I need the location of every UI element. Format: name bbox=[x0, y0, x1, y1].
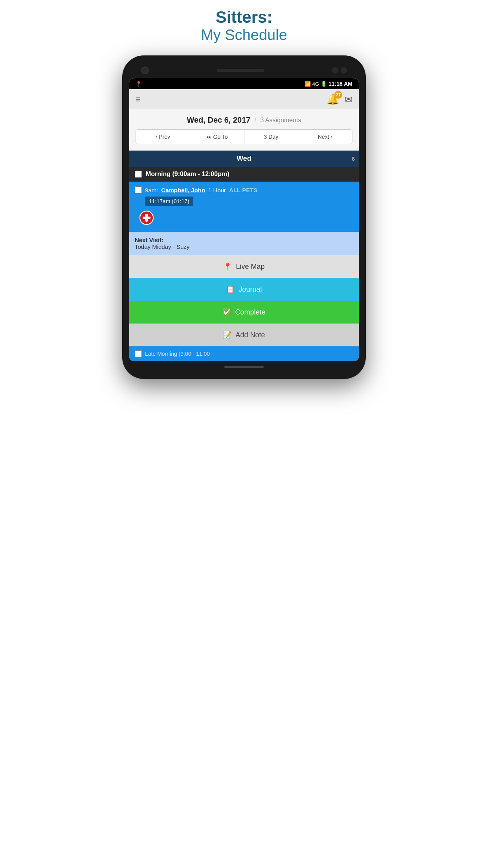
screen: 📍 📶 4G 🔋 11:18 AM ≡ 🔔 27 ✉ Wed bbox=[129, 78, 359, 361]
goto-button[interactable]: ⏭ Go To bbox=[190, 130, 244, 144]
status-bar: 📍 📶 4G 🔋 11:18 AM bbox=[129, 78, 359, 89]
page-title-container: Sitters: My Schedule bbox=[201, 8, 287, 44]
assign-pets: ALL PETS bbox=[229, 187, 257, 193]
note-icon: 📝 bbox=[223, 331, 231, 339]
day-number: 6 bbox=[352, 156, 355, 162]
next-visit-label: Next Visit: bbox=[135, 237, 353, 243]
morning-header: Morning (9:00am - 12:00pm) bbox=[129, 167, 359, 182]
nav-buttons: ‹ Prev ⏭ Go To 3 Day Next › bbox=[136, 129, 352, 144]
live-map-label: Live Map bbox=[236, 263, 264, 271]
assign-checkbox[interactable] bbox=[135, 186, 142, 193]
page-title-sub: My Schedule bbox=[201, 27, 287, 44]
svg-rect-3 bbox=[143, 217, 150, 219]
phone-bottom bbox=[129, 366, 359, 368]
assignment-row: 9am: Campbell, John 1 Hour ALL PETS bbox=[135, 186, 353, 193]
bell-badge: 27 bbox=[334, 91, 342, 99]
add-note-label: Add Note bbox=[235, 331, 265, 339]
page-title-main: Sitters: bbox=[201, 8, 287, 27]
journal-button[interactable]: 📋 Journal bbox=[129, 278, 359, 301]
camera-side-2 bbox=[341, 67, 347, 74]
journal-icon: 📋 bbox=[226, 285, 235, 294]
notification-bell[interactable]: 🔔 27 bbox=[327, 93, 339, 105]
assign-time: 9am: bbox=[145, 187, 158, 193]
complete-button[interactable]: ✅ Complete bbox=[129, 301, 359, 324]
time-display: 11:18 AM bbox=[328, 81, 352, 87]
status-icons: 📶 4G 🔋 11:18 AM bbox=[305, 81, 352, 87]
location-pin-icon: 📍 bbox=[223, 262, 232, 271]
camera-front bbox=[141, 66, 149, 74]
day-view-button[interactable]: 3 Day bbox=[244, 130, 299, 144]
bottom-partial-row: Late Morning (9:00 - 11:00 bbox=[129, 346, 359, 361]
date-section: Wed, Dec 6, 2017 / 3 Assignments ‹ Prev … bbox=[129, 109, 359, 151]
bottom-checkbox[interactable] bbox=[135, 350, 142, 357]
header-right: 🔔 27 ✉ bbox=[327, 93, 352, 105]
time-badge: 11:17am (01:17) bbox=[145, 197, 193, 206]
phone-shell: 📍 📶 4G 🔋 11:18 AM ≡ 🔔 27 ✉ Wed bbox=[122, 55, 366, 379]
date-header: Wed, Dec 6, 2017 / 3 Assignments bbox=[136, 116, 352, 125]
complete-label: Complete bbox=[235, 308, 265, 316]
home-indicator bbox=[224, 366, 264, 368]
next-visit-value: Today Midday - Suzy bbox=[135, 243, 353, 250]
journal-label: Journal bbox=[238, 285, 262, 294]
add-note-button[interactable]: 📝 Add Note bbox=[129, 324, 359, 346]
medical-icon-container[interactable] bbox=[135, 210, 353, 227]
check-circle-icon: ✅ bbox=[222, 308, 231, 316]
signal-label: 4G bbox=[312, 81, 319, 87]
wifi-icon: 📶 bbox=[305, 81, 311, 87]
date-display: Wed, Dec 6, 2017 bbox=[187, 116, 250, 125]
app-header: ≡ 🔔 27 ✉ bbox=[129, 89, 359, 109]
morning-checkbox[interactable] bbox=[135, 171, 142, 178]
morning-label: Morning (9:00am - 12:00pm) bbox=[146, 171, 229, 178]
date-separator: / bbox=[254, 116, 256, 124]
battery-icon: 🔋 bbox=[321, 81, 327, 87]
mail-icon[interactable]: ✉ bbox=[345, 94, 352, 105]
speaker bbox=[217, 69, 264, 72]
live-map-button[interactable]: 📍 Live Map bbox=[129, 255, 359, 278]
status-bar-left: 📍 bbox=[136, 81, 142, 87]
day-label: Wed bbox=[237, 154, 251, 162]
hamburger-icon[interactable]: ≡ bbox=[136, 94, 141, 105]
bottom-text: Late Morning (9:00 - 11:00 bbox=[145, 351, 210, 357]
next-button[interactable]: Next › bbox=[298, 130, 352, 144]
assign-name[interactable]: Campbell, John bbox=[161, 187, 205, 193]
phone-top bbox=[129, 66, 359, 74]
assignments-count: 3 Assignments bbox=[260, 117, 301, 124]
prev-button[interactable]: ‹ Prev bbox=[136, 130, 190, 144]
app-location-icon: 📍 bbox=[136, 81, 142, 87]
assignment-card: 9am: Campbell, John 1 Hour ALL PETS 11:1… bbox=[129, 182, 359, 232]
day-header: Wed 6 bbox=[129, 151, 359, 167]
assign-duration: 1 Hour bbox=[208, 187, 226, 193]
camera-side-1 bbox=[332, 67, 338, 74]
next-visit: Next Visit: Today Midday - Suzy bbox=[129, 232, 359, 255]
